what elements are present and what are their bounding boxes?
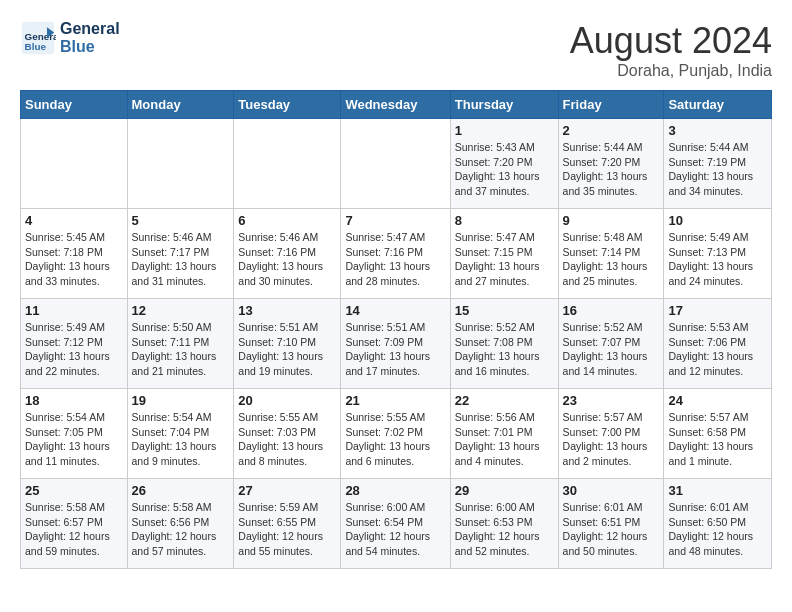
day-number: 12 [132,303,230,318]
day-number: 30 [563,483,660,498]
day-info: Sunrise: 5:47 AM Sunset: 7:16 PM Dayligh… [345,230,445,289]
calendar-cell: 24Sunrise: 5:57 AM Sunset: 6:58 PM Dayli… [664,389,772,479]
calendar-week-3: 11Sunrise: 5:49 AM Sunset: 7:12 PM Dayli… [21,299,772,389]
calendar-cell: 12Sunrise: 5:50 AM Sunset: 7:11 PM Dayli… [127,299,234,389]
day-number: 11 [25,303,123,318]
calendar-cell: 26Sunrise: 5:58 AM Sunset: 6:56 PM Dayli… [127,479,234,569]
day-number: 18 [25,393,123,408]
day-number: 1 [455,123,554,138]
calendar-cell: 1Sunrise: 5:43 AM Sunset: 7:20 PM Daylig… [450,119,558,209]
calendar-cell [127,119,234,209]
day-number: 25 [25,483,123,498]
day-number: 3 [668,123,767,138]
day-info: Sunrise: 6:01 AM Sunset: 6:51 PM Dayligh… [563,500,660,559]
calendar-cell: 21Sunrise: 5:55 AM Sunset: 7:02 PM Dayli… [341,389,450,479]
day-number: 17 [668,303,767,318]
day-number: 19 [132,393,230,408]
day-info: Sunrise: 5:55 AM Sunset: 7:03 PM Dayligh… [238,410,336,469]
title-block: August 2024 Doraha, Punjab, India [570,20,772,80]
day-info: Sunrise: 5:51 AM Sunset: 7:09 PM Dayligh… [345,320,445,379]
column-header-monday: Monday [127,91,234,119]
day-info: Sunrise: 5:53 AM Sunset: 7:06 PM Dayligh… [668,320,767,379]
day-info: Sunrise: 5:43 AM Sunset: 7:20 PM Dayligh… [455,140,554,199]
day-number: 16 [563,303,660,318]
calendar-cell: 22Sunrise: 5:56 AM Sunset: 7:01 PM Dayli… [450,389,558,479]
calendar-week-4: 18Sunrise: 5:54 AM Sunset: 7:05 PM Dayli… [21,389,772,479]
day-info: Sunrise: 5:50 AM Sunset: 7:11 PM Dayligh… [132,320,230,379]
calendar-cell [234,119,341,209]
day-number: 15 [455,303,554,318]
calendar-week-2: 4Sunrise: 5:45 AM Sunset: 7:18 PM Daylig… [21,209,772,299]
day-info: Sunrise: 5:58 AM Sunset: 6:57 PM Dayligh… [25,500,123,559]
calendar-week-5: 25Sunrise: 5:58 AM Sunset: 6:57 PM Dayli… [21,479,772,569]
calendar-cell: 2Sunrise: 5:44 AM Sunset: 7:20 PM Daylig… [558,119,664,209]
day-info: Sunrise: 5:57 AM Sunset: 7:00 PM Dayligh… [563,410,660,469]
day-number: 27 [238,483,336,498]
calendar-cell: 29Sunrise: 6:00 AM Sunset: 6:53 PM Dayli… [450,479,558,569]
day-number: 4 [25,213,123,228]
day-info: Sunrise: 5:51 AM Sunset: 7:10 PM Dayligh… [238,320,336,379]
page-header: General Blue General Blue August 2024 Do… [20,20,772,80]
day-info: Sunrise: 5:44 AM Sunset: 7:20 PM Dayligh… [563,140,660,199]
logo-icon: General Blue [20,20,56,56]
day-info: Sunrise: 5:44 AM Sunset: 7:19 PM Dayligh… [668,140,767,199]
calendar-title: August 2024 [570,20,772,62]
calendar-cell: 18Sunrise: 5:54 AM Sunset: 7:05 PM Dayli… [21,389,128,479]
day-info: Sunrise: 5:48 AM Sunset: 7:14 PM Dayligh… [563,230,660,289]
day-number: 5 [132,213,230,228]
day-info: Sunrise: 5:49 AM Sunset: 7:13 PM Dayligh… [668,230,767,289]
calendar-cell: 7Sunrise: 5:47 AM Sunset: 7:16 PM Daylig… [341,209,450,299]
day-number: 21 [345,393,445,408]
day-number: 8 [455,213,554,228]
calendar-cell: 10Sunrise: 5:49 AM Sunset: 7:13 PM Dayli… [664,209,772,299]
day-info: Sunrise: 5:56 AM Sunset: 7:01 PM Dayligh… [455,410,554,469]
day-info: Sunrise: 5:46 AM Sunset: 7:16 PM Dayligh… [238,230,336,289]
day-number: 28 [345,483,445,498]
calendar-cell: 28Sunrise: 6:00 AM Sunset: 6:54 PM Dayli… [341,479,450,569]
day-info: Sunrise: 5:54 AM Sunset: 7:04 PM Dayligh… [132,410,230,469]
calendar-cell [21,119,128,209]
column-header-sunday: Sunday [21,91,128,119]
day-info: Sunrise: 5:45 AM Sunset: 7:18 PM Dayligh… [25,230,123,289]
calendar-cell: 5Sunrise: 5:46 AM Sunset: 7:17 PM Daylig… [127,209,234,299]
day-info: Sunrise: 5:46 AM Sunset: 7:17 PM Dayligh… [132,230,230,289]
calendar-cell: 17Sunrise: 5:53 AM Sunset: 7:06 PM Dayli… [664,299,772,389]
day-number: 10 [668,213,767,228]
day-info: Sunrise: 5:49 AM Sunset: 7:12 PM Dayligh… [25,320,123,379]
calendar-cell: 4Sunrise: 5:45 AM Sunset: 7:18 PM Daylig… [21,209,128,299]
day-info: Sunrise: 6:00 AM Sunset: 6:53 PM Dayligh… [455,500,554,559]
column-header-thursday: Thursday [450,91,558,119]
day-number: 26 [132,483,230,498]
day-info: Sunrise: 5:52 AM Sunset: 7:08 PM Dayligh… [455,320,554,379]
day-info: Sunrise: 5:47 AM Sunset: 7:15 PM Dayligh… [455,230,554,289]
calendar-cell: 8Sunrise: 5:47 AM Sunset: 7:15 PM Daylig… [450,209,558,299]
day-number: 7 [345,213,445,228]
day-info: Sunrise: 5:57 AM Sunset: 6:58 PM Dayligh… [668,410,767,469]
column-header-saturday: Saturday [664,91,772,119]
calendar-cell: 14Sunrise: 5:51 AM Sunset: 7:09 PM Dayli… [341,299,450,389]
calendar-table: SundayMondayTuesdayWednesdayThursdayFrid… [20,90,772,569]
logo: General Blue General Blue [20,20,120,56]
day-number: 20 [238,393,336,408]
calendar-cell: 23Sunrise: 5:57 AM Sunset: 7:00 PM Dayli… [558,389,664,479]
calendar-cell: 3Sunrise: 5:44 AM Sunset: 7:19 PM Daylig… [664,119,772,209]
svg-text:Blue: Blue [25,41,47,52]
calendar-cell: 19Sunrise: 5:54 AM Sunset: 7:04 PM Dayli… [127,389,234,479]
day-info: Sunrise: 5:58 AM Sunset: 6:56 PM Dayligh… [132,500,230,559]
calendar-cell: 11Sunrise: 5:49 AM Sunset: 7:12 PM Dayli… [21,299,128,389]
day-number: 23 [563,393,660,408]
day-number: 6 [238,213,336,228]
calendar-cell: 9Sunrise: 5:48 AM Sunset: 7:14 PM Daylig… [558,209,664,299]
day-info: Sunrise: 6:00 AM Sunset: 6:54 PM Dayligh… [345,500,445,559]
calendar-cell: 27Sunrise: 5:59 AM Sunset: 6:55 PM Dayli… [234,479,341,569]
column-header-tuesday: Tuesday [234,91,341,119]
calendar-cell: 6Sunrise: 5:46 AM Sunset: 7:16 PM Daylig… [234,209,341,299]
day-info: Sunrise: 5:52 AM Sunset: 7:07 PM Dayligh… [563,320,660,379]
day-number: 13 [238,303,336,318]
calendar-cell: 13Sunrise: 5:51 AM Sunset: 7:10 PM Dayli… [234,299,341,389]
calendar-week-1: 1Sunrise: 5:43 AM Sunset: 7:20 PM Daylig… [21,119,772,209]
day-number: 22 [455,393,554,408]
day-number: 29 [455,483,554,498]
day-info: Sunrise: 5:54 AM Sunset: 7:05 PM Dayligh… [25,410,123,469]
day-number: 24 [668,393,767,408]
